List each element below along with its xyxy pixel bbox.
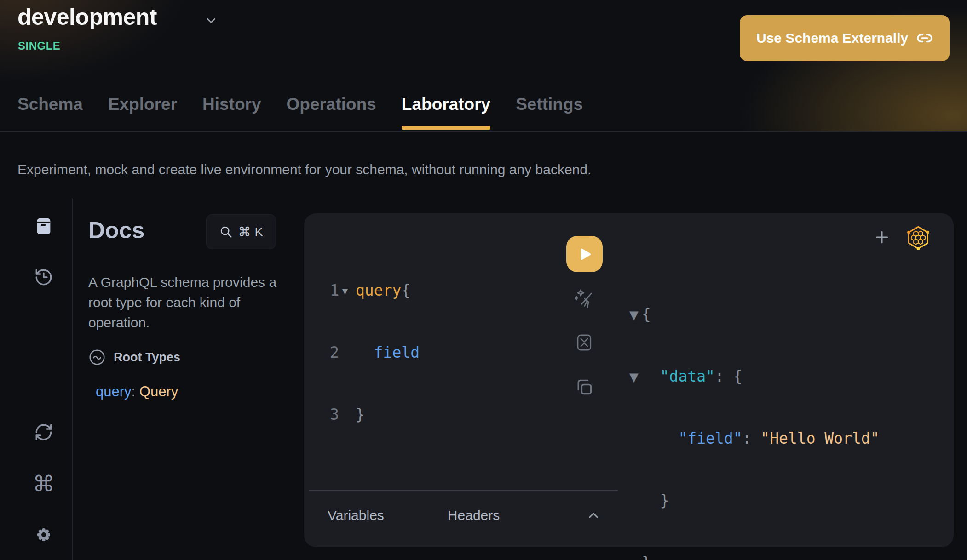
response-line: ▼{	[642, 304, 880, 325]
chevron-up-icon[interactable]	[586, 508, 601, 523]
response-line: "field": "Hello World"	[642, 428, 880, 449]
add-tab-plus-icon[interactable]	[873, 228, 891, 246]
hive-logo-icon[interactable]	[906, 225, 931, 250]
link-icon	[916, 30, 933, 46]
gear-icon[interactable]	[33, 524, 55, 546]
fold-caret-icon[interactable]: ▼	[629, 366, 639, 387]
tab-explorer[interactable]: Explorer	[108, 90, 177, 131]
tab-operations[interactable]: Operations	[287, 90, 376, 131]
fold-caret-icon[interactable]: ▾	[339, 280, 351, 301]
response-line: ▼ "data": {	[642, 366, 880, 387]
page-header: development SINGLE Use Schema Externally…	[0, 0, 967, 132]
docs-search-button[interactable]: ⌘ K	[206, 214, 276, 249]
line-number: 1	[322, 280, 339, 301]
editor-line: 1▾query{	[322, 280, 420, 301]
main-tabs: Schema Explorer History Operations Labor…	[17, 90, 583, 131]
root-types-section: Root Types	[88, 349, 180, 366]
search-shortcut: ⌘ K	[238, 224, 263, 240]
root-type-query-link[interactable]: query: Query	[96, 383, 178, 400]
refresh-icon[interactable]	[34, 423, 53, 442]
tab-history[interactable]: History	[202, 90, 261, 131]
query-editor[interactable]: 1▾query{ 2 field 3}	[322, 239, 420, 466]
tab-headers[interactable]: Headers	[448, 508, 500, 523]
docs-title: Docs	[88, 217, 144, 244]
tab-variables[interactable]: Variables	[328, 508, 384, 523]
chevron-down-icon[interactable]	[204, 14, 218, 29]
line-number: 2	[322, 342, 339, 363]
laboratory-page: development SINGLE Use Schema Externally…	[0, 0, 967, 560]
root-types-icon	[88, 349, 106, 366]
response-line: }	[642, 552, 880, 560]
response-line: }	[642, 490, 880, 511]
header-divider	[0, 131, 967, 132]
copy-icon[interactable]	[574, 377, 594, 397]
root-field-name: query	[96, 383, 132, 400]
tab-schema[interactable]: Schema	[17, 90, 83, 131]
editor-line: 3}	[322, 404, 420, 425]
docs-book-icon[interactable]	[33, 216, 54, 237]
cta-label: Use Schema Externally	[756, 30, 908, 46]
merge-fragments-icon[interactable]	[574, 332, 595, 353]
target-title: development	[17, 4, 157, 30]
search-icon	[219, 225, 233, 239]
fold-caret-icon[interactable]: ▼	[629, 304, 639, 325]
editor-footer-tabs: Variables Headers	[328, 508, 500, 523]
history-icon[interactable]	[34, 268, 53, 287]
target-type-badge: SINGLE	[18, 40, 60, 52]
prettify-icon[interactable]	[572, 287, 596, 311]
sidebar-divider	[72, 198, 73, 560]
editor-footer-divider	[309, 490, 618, 491]
page-description: Experiment, mock and create live environ…	[17, 162, 591, 177]
line-number: 3	[322, 404, 339, 425]
editor-line: 2 field	[322, 342, 420, 363]
graphiql-panel: 1▾query{ 2 field 3}	[304, 213, 954, 547]
execute-query-button[interactable]	[566, 236, 603, 272]
command-icon[interactable]: ⌘	[30, 471, 57, 497]
root-types-label: Root Types	[114, 350, 180, 365]
response-viewer: ▼{ ▼ "data": { "field": "Hello World" } …	[642, 263, 880, 560]
docs-description: A GraphQL schema provides a root type fo…	[88, 272, 288, 333]
tab-settings[interactable]: Settings	[516, 90, 583, 131]
root-type-name[interactable]: Query	[139, 383, 178, 400]
tab-laboratory[interactable]: Laboratory	[402, 90, 490, 131]
play-icon	[576, 246, 593, 263]
use-schema-externally-button[interactable]: Use Schema Externally	[740, 15, 950, 61]
